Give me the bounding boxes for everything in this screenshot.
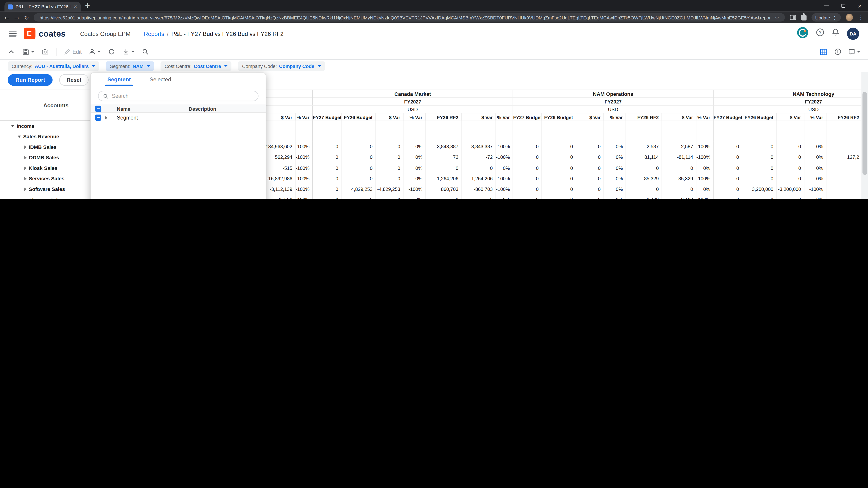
export-icon[interactable] (123, 48, 135, 55)
user-avatar[interactable]: DA (847, 27, 859, 39)
browser-menu-icon[interactable]: ⋮ (858, 14, 864, 21)
save-menu-caret-icon[interactable] (31, 51, 34, 53)
expand-caret-icon[interactable] (24, 145, 27, 149)
expand-caret-icon[interactable] (24, 166, 27, 170)
grid-cell: 0 (714, 184, 742, 195)
run-report-button[interactable]: Run Report (8, 74, 53, 86)
grid-cell: 0 (742, 195, 777, 199)
window-minimize-button[interactable] (818, 0, 835, 11)
expand-caret-icon[interactable] (24, 156, 27, 160)
grid-cell: 0 (542, 153, 577, 163)
tab-segment[interactable]: Segment (107, 73, 131, 86)
side-panel-icon[interactable] (790, 15, 796, 20)
grid-cell: 860,703 (426, 184, 462, 195)
grid-cell: 0 (576, 142, 604, 153)
grid-cell: 0% (496, 195, 513, 199)
grid-view-icon[interactable] (820, 48, 828, 56)
address-bar[interactable]: https://livec62a01.adaptiveplanning.com/… (34, 13, 784, 22)
segment-search-field[interactable] (98, 91, 258, 101)
comments-icon[interactable] (848, 48, 860, 55)
expand-caret-icon[interactable] (24, 198, 27, 199)
filter-chip-company-code[interactable]: Company Code: Company Code (238, 61, 325, 71)
report-toolbar: Edit (0, 44, 868, 60)
reload-icon[interactable]: ↻ (24, 15, 29, 20)
breadcrumb-reports-link[interactable]: Reports (144, 30, 164, 37)
grid-cell: 0% (804, 153, 827, 163)
help-icon[interactable]: ? (816, 28, 825, 39)
collapse-toolbar-icon[interactable] (8, 48, 15, 55)
bookmark-star-icon[interactable]: ☆ (775, 15, 779, 20)
grid-cell (376, 131, 403, 142)
new-tab-button[interactable]: + (85, 2, 90, 9)
grid-cell (777, 121, 804, 131)
account-label: Software Sales (29, 187, 65, 192)
expand-caret-icon[interactable] (105, 116, 107, 119)
grid-cell: 0% (403, 142, 426, 153)
segment-checkbox[interactable] (95, 115, 101, 121)
collapse-caret-icon[interactable] (18, 135, 21, 138)
info-icon[interactable] (834, 48, 842, 55)
filter-chip-segment[interactable]: Segment: NAM (106, 61, 154, 71)
grid-cell: 0% (604, 142, 626, 153)
segment-search-input[interactable] (112, 93, 254, 99)
collapse-caret-icon[interactable] (11, 125, 14, 127)
user-menu-caret-icon[interactable] (98, 51, 101, 53)
browser-tab[interactable]: P&L - FY27 Bud vs FY26 Bud vs FY26 RF2 × (4, 2, 81, 11)
tab-selected[interactable]: Selected (150, 73, 171, 86)
refresh-icon[interactable] (108, 48, 115, 55)
column-header: % Var (496, 113, 513, 121)
forward-icon[interactable]: → (14, 15, 19, 20)
notifications-icon[interactable] (831, 28, 840, 39)
grid-cell (714, 131, 742, 142)
grid-cell: -45,556 (261, 195, 296, 199)
nav-menu-icon[interactable] (9, 31, 17, 36)
grid-cell: 0 (714, 153, 742, 163)
grid-cell (742, 131, 777, 142)
edit-button[interactable]: Edit (64, 48, 82, 55)
grid-cell (542, 121, 577, 131)
account-label: Kiosk Sales (29, 166, 57, 171)
browser-toolbar: ← → ↻ https://livec62a01.adaptiveplannin… (0, 11, 868, 23)
save-button[interactable] (22, 48, 34, 55)
column-header: % Var (696, 113, 714, 121)
grid-cell (827, 184, 861, 195)
tab-favicon-icon (8, 4, 13, 9)
expand-caret-icon[interactable] (24, 177, 27, 181)
select-all-checkbox[interactable] (95, 106, 101, 112)
vertical-scrollbar-thumb[interactable] (863, 92, 867, 175)
browser-update-button[interactable]: Update ⋮ (811, 13, 841, 22)
browser-profile-avatar[interactable] (846, 14, 853, 21)
find-icon[interactable] (142, 48, 149, 55)
window-maximize-button[interactable] (835, 0, 851, 11)
column-header: $ Var (376, 113, 403, 121)
grid-cell: 0 (313, 142, 342, 153)
grid-cell (496, 131, 513, 142)
grid-cell: 0 (462, 163, 496, 173)
expand-caret-icon[interactable] (24, 188, 27, 191)
comments-caret-icon[interactable] (857, 51, 860, 53)
grid-cell (604, 131, 626, 142)
grid-cell: 0 (662, 163, 696, 173)
segment-row[interactable]: Segment (91, 113, 266, 123)
filter-chip-currency[interactable]: Currency: AUD - Australia, Dollars (8, 61, 99, 71)
window-close-button[interactable]: × (851, 0, 868, 11)
vertical-scrollbar[interactable] (862, 72, 868, 199)
grid-cell: 0 (313, 163, 342, 173)
snapshot-icon[interactable] (41, 48, 49, 55)
user-menu-icon[interactable] (89, 48, 101, 55)
grid-cell: 85,329 (662, 173, 696, 184)
export-menu-caret-icon[interactable] (131, 51, 135, 53)
extensions-icon[interactable] (801, 15, 806, 20)
reset-button[interactable]: Reset (59, 74, 89, 86)
coates-logo-icon[interactable] (24, 28, 35, 39)
grid-cell: -100% (296, 195, 313, 199)
filter-chip-cost-centre[interactable]: Cost Centre: Cost Centre (161, 61, 232, 71)
column-group-header: NAM Operations (513, 90, 714, 98)
grid-cell (576, 121, 604, 131)
grid-cell (403, 121, 426, 131)
assistant-icon[interactable] (797, 26, 809, 41)
grid-cell: -515 (261, 163, 296, 173)
tab-close-icon[interactable]: × (73, 4, 77, 9)
grid-cell: 0 (777, 163, 804, 173)
back-icon[interactable]: ← (4, 15, 9, 20)
